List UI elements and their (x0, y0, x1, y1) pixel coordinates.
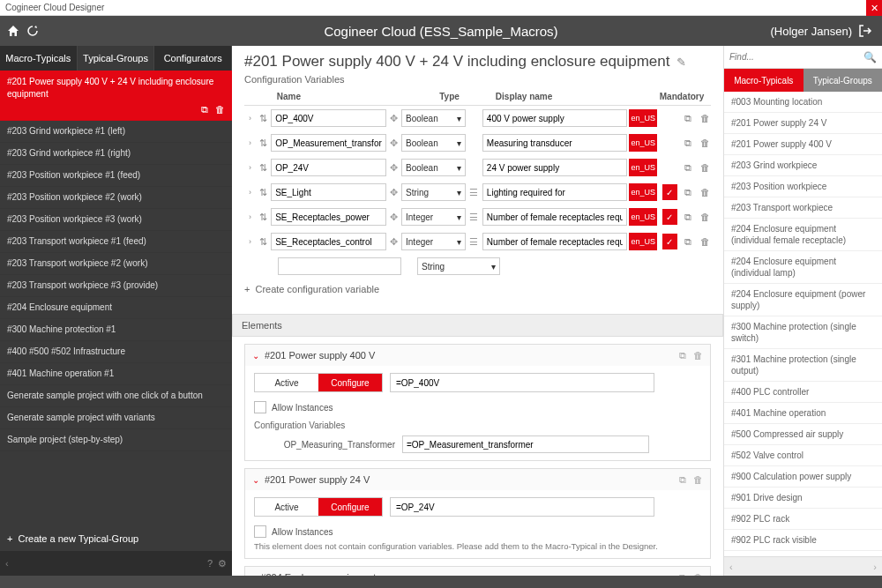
var-name-input[interactable] (271, 183, 386, 201)
search-icon[interactable]: 🔍 (863, 51, 877, 63)
left-list-item[interactable]: #401 Machine operation #1 (0, 363, 232, 385)
var-type-select[interactable]: String▾ (401, 183, 466, 201)
var-type-select[interactable]: Boolean▾ (401, 159, 466, 176)
nav-next-icon[interactable]: › (873, 562, 877, 572)
right-list-item[interactable]: #500 Compressed air supply (724, 424, 882, 445)
logout-icon[interactable] (857, 23, 873, 39)
left-list-item[interactable]: Generate sample project with one click o… (0, 385, 232, 407)
left-list-item[interactable]: #203 Grind workpiece #1 (left) (0, 121, 232, 143)
tab-active[interactable]: Active (255, 374, 318, 391)
expand-icon[interactable]: › (244, 138, 256, 147)
var-name-input[interactable] (271, 134, 386, 152)
copy-icon[interactable]: ⧉ (683, 162, 694, 174)
window-close-button[interactable]: ✕ (866, 0, 882, 16)
mandatory-checkbox[interactable] (662, 160, 677, 175)
right-list-item[interactable]: #203 Grind workpiece (724, 155, 882, 176)
tab-configure[interactable]: Configure (318, 498, 382, 516)
nav-prev-icon[interactable]: ‹ (5, 558, 9, 569)
mandatory-checkbox[interactable]: ✓ (662, 209, 677, 225)
home-icon[interactable] (5, 23, 21, 39)
var-type-select[interactable]: Integer▾ (401, 208, 466, 226)
var-display-input[interactable] (482, 183, 627, 201)
new-var-type-select[interactable]: String▾ (417, 257, 500, 275)
right-list-item[interactable]: #401 Machine operation (724, 403, 882, 424)
language-badge[interactable]: en_US (629, 134, 657, 152)
help-icon[interactable]: ? (207, 558, 213, 569)
left-list-item[interactable]: Sample project (step-by-step) (0, 429, 232, 451)
delete-icon[interactable]: 🗑 (699, 138, 711, 148)
right-list-item[interactable]: #201 Power supply 24 V (724, 113, 882, 134)
expand-icon[interactable]: › (244, 237, 256, 246)
left-list-item[interactable]: #203 Transport workpiece #3 (provide) (0, 275, 232, 297)
reorder-icon[interactable]: ⇅ (258, 212, 269, 223)
expand-icon[interactable]: › (244, 114, 256, 123)
mandatory-checkbox[interactable] (662, 110, 677, 126)
mandatory-checkbox[interactable]: ✓ (662, 234, 677, 249)
element-group-header[interactable]: ⌄#201 Power supply 24 V⧉🗑 (245, 469, 710, 490)
reorder-icon[interactable]: ⇅ (258, 187, 269, 198)
copy-icon[interactable]: ⧉ (679, 474, 686, 486)
right-list-item[interactable]: #902 PLC rack (724, 509, 882, 530)
var-name-input[interactable] (271, 208, 386, 226)
right-list-item[interactable]: #902 PLC rack visible (724, 530, 882, 551)
search-input[interactable] (729, 52, 863, 62)
copy-icon[interactable]: ⧉ (683, 138, 694, 149)
right-list-item[interactable]: #204 Enclosure equipment (individual lam… (724, 251, 882, 284)
delete-icon[interactable]: 🗑 (693, 572, 703, 577)
copy-icon[interactable]: ⧉ (679, 350, 686, 361)
move-icon[interactable]: ✥ (388, 162, 400, 174)
left-tab-macro-typicals[interactable]: Macro-Typicals (0, 46, 78, 71)
left-list-item[interactable]: #203 Transport workpiece #1 (feed) (0, 231, 232, 253)
right-list-item[interactable]: #901 Drive design (724, 488, 882, 509)
copy-icon[interactable]: ⧉ (683, 236, 694, 248)
delete-icon[interactable]: 🗑 (699, 113, 711, 123)
reorder-icon[interactable]: ⇅ (258, 236, 269, 248)
right-list-item[interactable]: #900 Calculation power supply (724, 466, 882, 488)
list-icon[interactable]: ☰ (467, 187, 481, 198)
var-display-input[interactable] (482, 233, 627, 250)
left-list-item[interactable]: #203 Transport workpiece #2 (work) (0, 253, 232, 275)
expand-icon[interactable]: › (244, 188, 256, 197)
element-group-header[interactable]: ›#204 Enclosure equipment⧉🗑 (245, 567, 710, 576)
language-badge[interactable]: en_US (629, 109, 657, 127)
copy-icon[interactable]: ⧉ (683, 212, 694, 223)
element-group-header[interactable]: ⌄#201 Power supply 400 V⧉🗑 (245, 345, 710, 366)
left-list-item[interactable]: Generate sample project with variants (0, 407, 232, 429)
delete-icon[interactable]: 🗑 (699, 212, 711, 222)
right-list-item[interactable]: #204 Enclosure equipment (power supply) (724, 284, 882, 316)
copy-icon[interactable]: ⧉ (201, 103, 208, 116)
left-list-item[interactable]: #400 #500 #502 Infrastructure (0, 341, 232, 363)
var-display-input[interactable] (482, 159, 627, 176)
left-list-item[interactable]: #203 Position workpiece #3 (work) (0, 209, 232, 231)
allow-instances-checkbox[interactable] (254, 401, 266, 413)
right-list-item[interactable]: #502 Valve control (724, 445, 882, 466)
left-list-item[interactable]: #300 Machine protection #1 (0, 319, 232, 341)
mandatory-checkbox[interactable]: ✓ (662, 184, 677, 200)
mandatory-checkbox[interactable] (662, 135, 677, 151)
configure-value-input[interactable] (390, 373, 654, 392)
right-list-item[interactable]: #300 Machine protection (single switch) (724, 316, 882, 349)
allow-instances-checkbox[interactable] (254, 525, 266, 538)
delete-icon[interactable]: 🗑 (693, 350, 703, 361)
kv-value-input[interactable] (402, 435, 649, 453)
configure-value-input[interactable] (390, 497, 654, 517)
move-icon[interactable]: ✥ (388, 113, 400, 124)
new-var-name-input[interactable] (278, 257, 401, 275)
var-name-input[interactable] (271, 233, 386, 250)
right-list-item[interactable]: #003 Mounting location (724, 92, 882, 113)
language-badge[interactable]: en_US (629, 208, 657, 226)
reorder-icon[interactable]: ⇅ (258, 113, 269, 124)
language-badge[interactable]: en_US (629, 159, 657, 176)
left-tab-typical-groups[interactable]: Typical-Groups (78, 46, 155, 71)
nav-prev-icon[interactable]: ‹ (729, 562, 733, 572)
var-display-input[interactable] (482, 208, 627, 226)
refresh-icon[interactable] (25, 23, 41, 39)
right-list-item[interactable]: #204 Enclosure equipment (individual fem… (724, 219, 882, 251)
move-icon[interactable]: ✥ (388, 212, 400, 223)
var-name-input[interactable] (271, 159, 386, 176)
delete-icon[interactable]: 🗑 (215, 103, 225, 116)
var-display-input[interactable] (482, 134, 627, 152)
language-badge[interactable]: en_US (629, 233, 657, 250)
right-tab-macro-typicals[interactable]: Macro-Typicals (724, 69, 804, 92)
var-display-input[interactable] (482, 109, 627, 127)
